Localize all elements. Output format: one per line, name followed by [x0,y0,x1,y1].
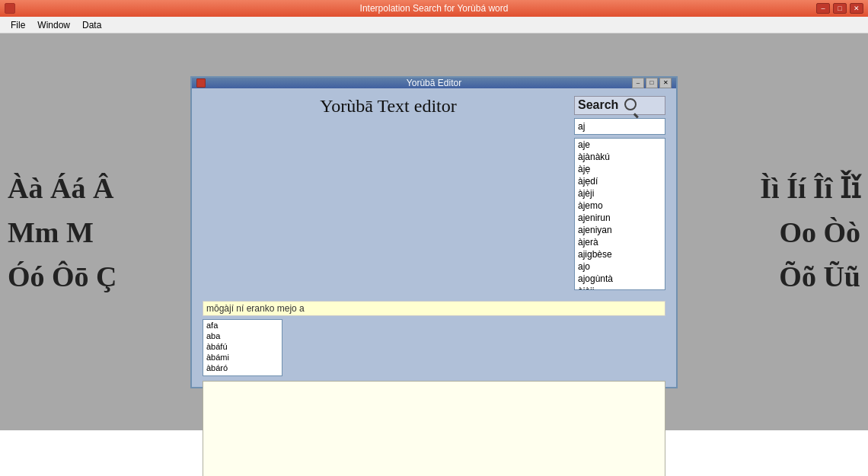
search-label-row: Search [574,96,665,115]
editor-left: mōgàjí ní eranko mejo a afa aba àbáfú àb… [203,301,665,477]
app-icon [5,3,15,14]
menu-data[interactable]: Data [76,18,107,32]
search-result-item[interactable]: àjemo [575,200,665,212]
search-result-item[interactable]: àjerà [575,236,665,248]
close-button[interactable]: ✕ [850,3,863,14]
search-result-item[interactable]: àjẹ [575,163,665,175]
bg-char-row1: Àà Áá Â [8,171,117,205]
search-results-list[interactable]: aje àjànàkú àjẹ àjẹdí àjèji àjemo ajenir… [574,138,665,290]
word-item[interactable]: aba [203,331,282,341]
search-result-item[interactable]: aje [575,139,665,151]
dialog-minimize-btn[interactable]: – [632,78,644,88]
input-text: mōgàjí ní eranko mejo a [203,301,665,316]
bg-char-right2: Oo Òò [760,216,860,249]
search-panel: Search aje àjànàkú àjẹ àjẹdí àjèji àjem [574,96,665,290]
main-text-editor[interactable] [203,381,665,477]
maximize-button[interactable]: □ [833,3,847,14]
word-item[interactable]: ànala [203,373,282,376]
word-item[interactable]: afa [203,320,282,331]
app-title-bar: Interpolation Search for Yorùbá word – □… [0,0,868,17]
app-title: Interpolation Search for Yorùbá word [360,3,509,14]
word-item[interactable]: àbáfú [203,341,282,352]
search-icon [624,98,637,113]
bg-char-row2: Mm M [8,216,117,249]
dialog-title-bar: Yorùbā Editor – □ ✕ [192,78,676,88]
search-label: Search [578,98,618,112]
dialog-close-btn[interactable]: ✕ [659,78,672,88]
editor-main-row: mōgàjí ní eranko mejo a afa aba àbáfú àb… [203,301,665,477]
dialog-content: Yorùbā Text editor Search aje àjànàk [192,88,676,477]
bg-char-right3: Õõ Ũũ [760,260,860,293]
minimize-button[interactable]: – [816,3,830,14]
main-area: Àà Áá Â Mm M Óó Ôō Ç Ìì Íí Îî Ǐǐ Oo Òò Õ… [0,34,868,430]
dialog-icon [196,78,206,88]
dialog-title: Yorùbā Editor [407,78,461,88]
bg-char-right1: Ìì Íí Îî Ǐǐ [760,171,860,205]
search-result-item[interactable]: ajenirun [575,212,665,224]
menu-file[interactable]: File [5,18,31,32]
search-result-item[interactable]: àjẹdí [575,175,665,187]
search-result-item[interactable]: ajo [575,260,665,273]
menu-window[interactable]: Window [31,18,76,32]
dialog-header-row: Yorùbā Text editor Search aje àjànàk [203,96,665,290]
word-suggestions-list[interactable]: afa aba àbáfú àbámi àbáró ànala àbawō [203,319,282,376]
editor-title: Yorùbā Text editor [320,96,456,116]
dialog-maximize-btn[interactable]: □ [646,78,658,88]
search-result-item[interactable]: àjànàkú [575,151,665,163]
search-result-item[interactable]: àjèji [575,187,665,200]
search-input[interactable] [574,118,665,135]
word-item[interactable]: àbáró [203,363,282,373]
search-result-item[interactable]: ajigbèse [575,248,665,260]
search-result-item[interactable]: ajeniyan [575,224,665,236]
bg-char-row3: Óó Ôō Ç [8,260,117,293]
search-result-item[interactable]: ajogùntà [575,273,665,285]
word-item[interactable]: àbámi [203,352,282,363]
menu-bar: File Window Data [0,17,868,34]
bg-chars-right: Ìì Íí Îî Ǐǐ Oo Òò Õõ Ũũ [760,171,860,293]
bg-chars-left: Àà Áá Â Mm M Óó Ôō Ç [8,171,117,293]
input-text-area: mōgàjí ní eranko mejo a afa aba àbáfú àb… [203,301,665,376]
search-result-item[interactable]: àjòji [575,285,665,290]
input-row: mōgàjí ní eranko mejo a afa aba àbáfú àb… [203,301,665,376]
editor-dialog: Yorùbā Editor – □ ✕ Yorùbā Text editor S… [190,76,678,388]
